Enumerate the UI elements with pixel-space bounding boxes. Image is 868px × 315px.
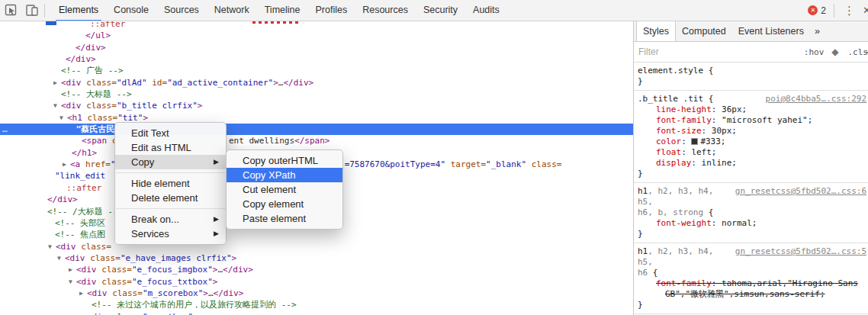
dom-token: class= (86, 78, 117, 88)
pseudo-state-toggle[interactable]: :hov (804, 47, 825, 57)
menu-item-break-on[interactable]: Break on...▶ (115, 212, 226, 227)
tab-elements[interactable]: Elements (51, 0, 106, 21)
rule-selector[interactable]: gn_resetcss@5fbd502….css:5h1, h2, h3, h4… (638, 246, 866, 268)
more-options-icon[interactable]: ⋮ (836, 4, 863, 18)
css-property[interactable]: font-family: "microsoft yahei"; (638, 115, 866, 126)
css-property[interactable]: float: left; (638, 147, 866, 158)
dom-node[interactable]: <span clent dwellings</span> (0, 135, 633, 146)
css-property[interactable]: color: #333; (638, 137, 866, 147)
selector-text: element.style { (638, 66, 713, 76)
submenu-item-cut-element[interactable]: Cut element (227, 182, 342, 197)
new-style-rule-button[interactable]: + (865, 45, 868, 58)
tab-overflow-chevron-icon[interactable]: » (810, 21, 825, 41)
dom-node[interactable]: </div> (0, 53, 633, 65)
dom-node[interactable]: <!-- 大标题 --> (0, 88, 633, 100)
dom-node[interactable]: ▶<div class="dlAd" id="ad_active_contain… (0, 77, 633, 88)
dom-node[interactable]: ▼<div class="countbox"> (0, 311, 633, 315)
stylesheet-source-link[interactable]: gn_resetcss@5fbd502….css:6 (735, 186, 866, 197)
menu-item-delete-element[interactable]: Delete element (115, 191, 226, 205)
dom-node[interactable]: ::after (0, 21, 633, 30)
computed-diamond-icon[interactable]: ◆ (831, 47, 838, 57)
dom-node[interactable]: ▼<div class= (0, 241, 633, 252)
error-icon: ✕ (808, 5, 818, 15)
dom-node[interactable]: </div> (0, 42, 633, 53)
tab-resources[interactable]: Resources (355, 0, 416, 21)
dom-node[interactable]: <!-- 焦点图 (0, 229, 633, 240)
stylesheet-source-link[interactable]: poi@8c4bba5….css:292 (766, 94, 866, 104)
styles-filter-bar: :hov ◆ .cls + (634, 42, 868, 63)
menu-item-services[interactable]: Services▶ (115, 227, 226, 241)
dom-node[interactable]: ▼<div class="e_have_images clrfix"> (0, 252, 633, 264)
rule-selector[interactable]: h6 { (638, 268, 866, 278)
expand-arrow-open-icon[interactable]: ▼ (79, 311, 87, 315)
menu-item-edit-as-html[interactable]: Edit as HTML (115, 140, 226, 155)
rule-selector[interactable]: element.style { (638, 66, 866, 76)
submenu-item-copy-outerhtml[interactable]: Copy outerHTML (227, 153, 342, 168)
dom-node[interactable]: ▶<div class="e_focus_imgbox">…</div> (0, 264, 633, 275)
rule-selector[interactable]: poi@8c4bba5….css:292.b_title .tit { (638, 94, 866, 104)
expand-arrow-closed-icon[interactable]: ▶ (63, 159, 70, 170)
dom-node[interactable]: ▶<div class="m_scorebox">…</div> (0, 288, 633, 299)
style-rule[interactable]: poi@8c4bba5….css:292.b_title .tit {line-… (634, 91, 868, 183)
submenu-item-copy-element[interactable]: Copy element (227, 197, 342, 211)
sidebar-tab-styles[interactable]: Styles (636, 21, 676, 41)
dom-token: class= (90, 253, 121, 263)
rule-selector[interactable]: gn_resetcss@5fbd502….css:6h1, h2, h3, h4… (638, 186, 866, 207)
dom-token: <div (56, 242, 81, 252)
expand-arrow-closed-icon[interactable]: ▶ (69, 264, 76, 275)
tab-audits[interactable]: Audits (465, 0, 507, 21)
toolbar-divider (834, 4, 834, 18)
css-property[interactable]: font-weight: normal; (638, 218, 866, 229)
expand-arrow-open-icon[interactable]: ▼ (57, 252, 65, 264)
styles-filter-input[interactable] (638, 47, 730, 57)
dom-token: > (273, 78, 278, 88)
tab-sources[interactable]: Sources (156, 0, 207, 21)
css-property[interactable]: font-size: 30px; (638, 126, 866, 137)
sidebar-tab-event-listeners[interactable]: Event Listeners (732, 21, 810, 41)
panel-tabs: ElementsConsoleSourcesNetworkTimelinePro… (51, 0, 507, 21)
tab-console[interactable]: Console (106, 0, 156, 21)
expand-arrow-open-icon[interactable]: ▼ (48, 241, 56, 252)
dom-node[interactable]: ▼<h1 class="tit"> (0, 112, 633, 124)
sidebar-tab-computed[interactable]: Computed (676, 21, 732, 41)
dom-node[interactable]: </ul> (0, 30, 633, 41)
dom-node[interactable]: ▼<div class="b_title clrfix"> (0, 100, 633, 111)
close-icon[interactable]: ✕ (863, 5, 868, 16)
style-rule[interactable]: element.style {} (634, 63, 868, 91)
menu-item-edit-text[interactable]: Edit Text (115, 126, 226, 140)
submenu-item-paste-element[interactable]: Paste element (227, 211, 342, 226)
property-value: tahoma,arial,"Hiragino Sans (722, 278, 858, 288)
tab-profiles[interactable]: Profiles (307, 0, 355, 21)
error-badge[interactable]: ✕ 2 (808, 5, 826, 16)
css-property[interactable]: font-family: tahoma,arial,"Hiragino Sans (638, 278, 866, 289)
tab-timeline[interactable]: Timeline (257, 0, 308, 21)
menu-item-hide-element[interactable]: Hide element (115, 176, 226, 191)
dom-node[interactable]: <!-- 来过这个城市的用户，以及旅行攻略提到的 --> (0, 299, 633, 310)
tab-network[interactable]: Network (207, 0, 257, 21)
dom-token: </h1> (72, 148, 97, 158)
style-rule[interactable]: gn_resetcss@5fbd502….css:6h1, h2, h3, h4… (634, 183, 868, 243)
dom-node-selected[interactable]: …"蔡氏古民 (0, 124, 633, 135)
css-property[interactable]: line-height: 36px; (638, 104, 866, 115)
dom-node[interactable]: <!-- 广告 --> (0, 65, 633, 76)
dom-token: </ul> (85, 31, 111, 40)
css-property[interactable]: display: inline; (638, 158, 866, 169)
rule-selector[interactable]: h6, b, strong { (638, 207, 866, 218)
expand-arrow-closed-icon[interactable]: ▶ (53, 77, 61, 88)
expand-arrow-open-icon[interactable]: ▼ (53, 100, 61, 111)
dom-node[interactable]: ▼<div class="e_focus_txtbox"> (0, 276, 633, 288)
inspect-icon[interactable] (0, 2, 21, 20)
menu-item-copy[interactable]: Copy▶ (115, 155, 226, 169)
color-swatch[interactable] (691, 138, 698, 145)
device-toolbar-icon[interactable] (21, 2, 43, 20)
expand-arrow-open-icon[interactable]: ▼ (69, 276, 76, 288)
expand-arrow-closed-icon[interactable]: ▶ (79, 288, 87, 299)
stylesheet-source-link[interactable]: gn_resetcss@5fbd502….css:5 (735, 246, 866, 257)
style-rule[interactable]: gn_resetcss@5fbd502….css:5h1, h2, h3, h4… (634, 243, 868, 314)
expand-arrow-open-icon[interactable]: ▼ (59, 112, 67, 124)
submenu-arrow-icon: ▶ (214, 227, 219, 241)
submenu-item-copy-xpath[interactable]: Copy XPath (227, 168, 342, 182)
css-property[interactable]: GB","微软雅黑",simsun,sans-serif; (638, 289, 866, 300)
selector-text: h1 (638, 186, 648, 196)
tab-security[interactable]: Security (416, 0, 465, 21)
